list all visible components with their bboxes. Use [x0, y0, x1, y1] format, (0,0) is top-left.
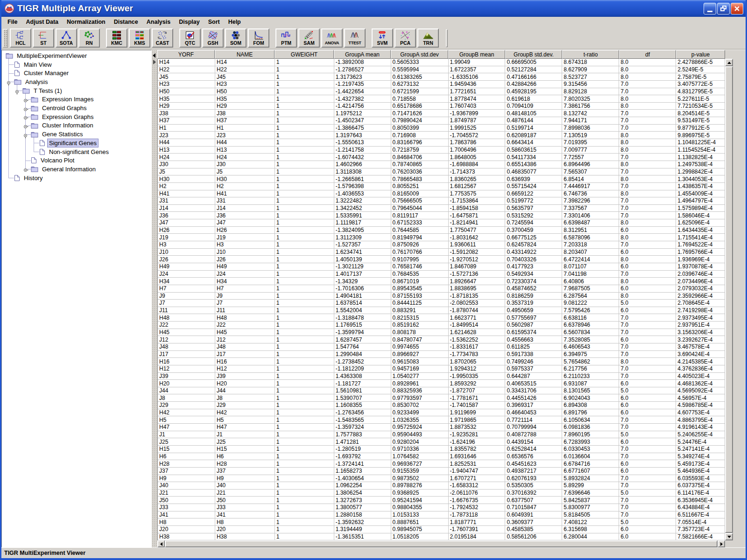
splitter-collapse-right-icon[interactable] — [153, 60, 156, 64]
tree-item-volcano-plot[interactable]: Volcano Plot — [31, 156, 76, 165]
table-row[interactable]: H22H221-1.27865270.55959941.67223570.521… — [158, 66, 725, 74]
horizontal-scrollbar[interactable] — [157, 540, 725, 547]
table-row[interactable]: H26H261-1.38240950.76445851.77504770.370… — [158, 227, 725, 234]
table-row[interactable]: J26J2611.40501390.9107995-1.92705120.704… — [158, 256, 725, 263]
table-row[interactable]: H7H71-1.70163060.895435451.88386950.4587… — [158, 285, 725, 293]
table-row[interactable]: J30J3011.46029660.78740865-1.69888840.65… — [158, 161, 725, 168]
horizontal-scroll-thumb[interactable] — [165, 540, 718, 547]
table-row[interactable]: H13H131-1.21417580.72187591.70064960.586… — [158, 147, 725, 154]
tree-expander-expanded-icon[interactable] — [15, 88, 20, 93]
tree-item-t-tests-1-[interactable]: T Tests (1) — [22, 86, 63, 95]
restore-button[interactable] — [717, 3, 730, 14]
tree-item-non-significant-genes[interactable]: Non-significant Genes — [39, 147, 110, 156]
tree-expander-collapsed-icon[interactable] — [23, 106, 28, 111]
table-row[interactable]: J25J2511.4712810.9280204-1.6241960.44391… — [158, 438, 725, 446]
table-row[interactable]: H20H201-1.1817270.89289611.85932920.4065… — [158, 380, 725, 387]
table-row[interactable]: H44H441-1.55506130.831667961.78637860.66… — [158, 139, 725, 147]
tree-item-centroid-graphs[interactable]: Centroid Graphs — [31, 104, 88, 112]
table-row[interactable]: J19J1911.31123090.81949794-1.80316420.66… — [158, 234, 725, 241]
table-row[interactable]: H48H481-1.31884780.82153151.66237710.577… — [158, 314, 725, 322]
table-row[interactable]: H9H91-1.40306540.98735021.67072710.62076… — [158, 475, 725, 483]
tree-expander-collapsed-icon[interactable] — [23, 123, 28, 128]
table-row[interactable]: J31J3111.32224820.75666505-1.71538640.51… — [158, 197, 725, 205]
table-row[interactable]: H50H501-1.44226540.67215991.77216510.459… — [158, 88, 725, 96]
tree-expander-expanded-icon[interactable] — [23, 132, 28, 137]
scroll-left-button[interactable] — [157, 540, 165, 547]
splitter[interactable] — [152, 50, 157, 547]
column-header-yorf[interactable]: YORF — [157, 50, 215, 59]
table-row[interactable]: H6H61-1.6937921.07645821.69316460.653657… — [158, 453, 725, 461]
table-row[interactable]: J17J1711.29904840.8966927-1.77347830.591… — [158, 351, 725, 358]
menu-item-sort[interactable]: Sort — [204, 18, 224, 26]
table-row[interactable]: J20J2011.31944490.98945075-1.76073910.45… — [158, 526, 725, 533]
column-header-t-ratio[interactable]: t-ratio — [562, 50, 619, 59]
column-header-p-value[interactable]: p-value — [676, 50, 725, 59]
toolbar-button-sota[interactable]: SOTA — [56, 28, 77, 48]
minimize-button[interactable] — [704, 3, 716, 14]
menu-item-distance[interactable]: Distance — [110, 18, 142, 26]
toolbar-button-sam[interactable]: SAM — [298, 28, 320, 48]
column-header-df[interactable]: df — [619, 50, 676, 59]
table-row[interactable]: J33J3311.38005770.98804355-1.79245320.71… — [158, 504, 725, 511]
column-header-name[interactable]: NAME — [215, 50, 275, 59]
tree-item-history[interactable]: History — [14, 174, 44, 182]
toolbar-button-gsh[interactable]: GSH — [202, 28, 224, 48]
table-row[interactable]: J8J811.53907070.97793597-1.77816710.4455… — [158, 394, 725, 402]
tree-item-cluster-manager[interactable]: Cluster Manager — [14, 69, 70, 77]
table-row[interactable]: H38H381-1.36153511.05182052.01951840.585… — [158, 533, 725, 541]
table-row[interactable]: H34H341-1.343290.86710191.89266470.72330… — [158, 278, 725, 285]
column-header-groupa-mean[interactable]: GroupA mean — [334, 50, 391, 59]
toolbar-button-svm[interactable]: SVM — [372, 28, 393, 48]
tree-item-gene-statistics[interactable]: Gene Statistics — [31, 130, 84, 139]
table-row[interactable]: H47H471-1.35973240.957259241.88735320.70… — [158, 424, 725, 431]
table-row[interactable]: H24H241-1.60744320.846847061.86480050.54… — [158, 154, 725, 161]
column-header-groupb-mean[interactable]: GroupB mean — [448, 50, 505, 59]
toolbar-button-rn[interactable]: RN — [78, 28, 100, 48]
table-row[interactable]: H49H491-1.30211290.765817461.84670890.41… — [158, 263, 725, 271]
toolbar-grip[interactable] — [3, 29, 8, 48]
vertical-scrollbar[interactable] — [725, 59, 733, 540]
table-row[interactable]: J36J3611.53359910.8119117-1.64758710.531… — [158, 212, 725, 219]
menu-item-analysis[interactable]: Analysis — [142, 18, 175, 26]
table-row[interactable]: J23J2311.31976430.716908-1.70455720.6208… — [158, 132, 725, 139]
table-row[interactable]: J1J111.75778830.95904493-1.92352810.4087… — [158, 431, 725, 439]
title-bar[interactable]: TIGR Multiple Array Viewer — [1, 0, 746, 17]
vertical-scroll-thumb[interactable] — [725, 66, 733, 533]
table-row[interactable]: J5J511.31183080.76203036-1.7143730.46835… — [158, 168, 725, 176]
table-row[interactable]: H41H411-1.40365530.81650091.77535750.665… — [158, 190, 725, 198]
table-row[interactable]: H15H151-1.2805190.97103361.83557820.6252… — [158, 446, 725, 453]
toolbar-button-hcl[interactable]: HCL — [10, 28, 31, 48]
toolbar-button-kmc[interactable]: KMC — [106, 28, 127, 48]
tree-item-general-information[interactable]: General Information — [31, 165, 97, 174]
table-row[interactable]: J14J1411.34224520.79645044-1.85941580.56… — [158, 205, 725, 212]
table-row[interactable]: H45H451-1.35997940.8081781.62146280.6159… — [158, 329, 725, 336]
toolbar-button-pca[interactable]: PCA — [395, 28, 416, 48]
table-row[interactable]: H5H51-1.54835651.03263551.97198650.77211… — [158, 416, 725, 424]
table-row[interactable]: J24J2411.40171370.7684535-1.57271360.549… — [158, 271, 725, 278]
tree-item-analysis[interactable]: Analysis — [14, 77, 49, 86]
tree-item-significant-genes[interactable]: Significant Genes — [39, 139, 98, 147]
tree-expander-collapsed-icon[interactable] — [23, 114, 28, 119]
table-row[interactable]: J12J1211.62874570.84780747-1.53622520.45… — [158, 336, 725, 343]
table-row[interactable]: J37J3711.16582730.9155359-1.94047470.493… — [158, 468, 725, 475]
toolbar-button-qtc[interactable]: QTC — [179, 28, 201, 48]
table-row[interactable]: J45J4511.31736230.61383265-1.63351060.47… — [158, 73, 725, 81]
table-row[interactable]: H35H351-1.43273820.7185581.87784740.6196… — [158, 95, 725, 103]
tree-item-main-view[interactable]: Main View — [14, 60, 53, 69]
scroll-up-button[interactable] — [725, 59, 733, 66]
table-row[interactable]: H37H371-1.45023470.798904241.87497870.48… — [158, 117, 725, 125]
scroll-down-button[interactable] — [725, 533, 733, 540]
table-row[interactable]: H16H161-1.27384520.96150831.87020650.749… — [158, 358, 725, 365]
table-row[interactable]: H23H231-1.21974350.62731321.94594360.428… — [158, 81, 725, 88]
tree-item-cluster-information[interactable]: Cluster Information — [31, 121, 95, 130]
table-row[interactable]: H12H121-1.18122090.94571691.92943120.597… — [158, 365, 725, 373]
table-row[interactable]: J48J4811.5477640.9974655-1.83316170.6118… — [158, 343, 725, 351]
table-row[interactable]: J39J3911.43633081.0540277-1.99503350.644… — [158, 373, 725, 380]
table-row[interactable]: J38J3811.19752120.71471626-1.93678990.48… — [158, 110, 725, 117]
table-row[interactable]: H42H421-1.27634560.92334991.91196990.466… — [158, 409, 725, 417]
tree-item-expression-graphs[interactable]: Expression Graphs — [31, 112, 95, 121]
tree-expander-collapsed-icon[interactable] — [23, 167, 28, 172]
table-row[interactable]: J50J5011.32726730.95241594-1.66767350.63… — [158, 497, 725, 504]
table-row[interactable]: J9J911.49041810.87155193-1.87181350.8186… — [158, 293, 725, 300]
splitter-collapse-left-icon[interactable] — [153, 53, 155, 58]
